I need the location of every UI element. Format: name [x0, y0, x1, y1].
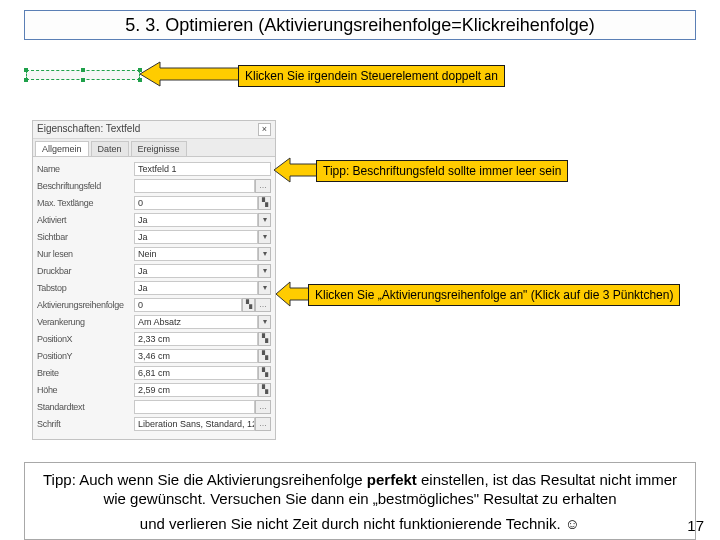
callout-taborder: Klicken Sie „Aktivierungsreihenfolge an"…: [308, 284, 680, 306]
property-row: VerankerungAm Absatz▾: [37, 314, 271, 330]
property-row: SichtbarJa▾: [37, 229, 271, 245]
property-row: DruckbarJa▾: [37, 263, 271, 279]
property-value[interactable]: Liberation Sans, Standard, 12: [134, 417, 255, 431]
property-value[interactable]: 3,46 cm: [134, 349, 258, 363]
spinner-icon[interactable]: ▚: [242, 298, 255, 312]
spinner-icon[interactable]: ▚: [258, 366, 271, 380]
tab-daten[interactable]: Daten: [91, 141, 129, 156]
callout-label-empty: Tipp: Beschriftungsfeld sollte immer lee…: [316, 160, 568, 182]
property-value[interactable]: 2,59 cm: [134, 383, 258, 397]
property-value[interactable]: 0: [134, 196, 258, 210]
close-icon[interactable]: ×: [258, 123, 271, 136]
svg-marker-0: [140, 62, 240, 86]
property-value[interactable]: 0: [134, 298, 242, 312]
tab-allgemein[interactable]: Allgemein: [35, 141, 89, 156]
tip-line2: und verlieren Sie nicht Zeit durch nicht…: [39, 515, 681, 534]
property-row: SchriftLiberation Sans, Standard, 12…: [37, 416, 271, 432]
page-number: 17: [687, 517, 704, 534]
property-row: PositionX2,33 cm▚: [37, 331, 271, 347]
property-label: Breite: [37, 368, 131, 378]
panel-title: Eigenschaften: Textfeld ×: [33, 121, 275, 139]
spinner-icon[interactable]: ▚: [258, 383, 271, 397]
arrow-to-taborder: [276, 282, 310, 306]
property-label: Druckbar: [37, 266, 131, 276]
chevron-down-icon[interactable]: ▾: [258, 247, 271, 261]
panel-tabs: Allgemein Daten Ereignisse: [33, 139, 275, 157]
property-value[interactable]: 6,81 cm: [134, 366, 258, 380]
property-value[interactable]: Nein: [134, 247, 258, 261]
property-label: Schrift: [37, 419, 131, 429]
svg-marker-2: [276, 282, 310, 306]
tip-line1: Tipp: Auch wenn Sie die Aktivierungsreih…: [39, 471, 681, 509]
ellipsis-button[interactable]: …: [255, 179, 271, 193]
form-control-preview: [26, 70, 140, 94]
property-value[interactable]: [134, 179, 255, 193]
property-row: Standardtext…: [37, 399, 271, 415]
property-value[interactable]: Ja: [134, 281, 258, 295]
spinner-icon[interactable]: ▚: [258, 196, 271, 210]
panel-title-text: Eigenschaften: Textfeld: [37, 123, 140, 136]
chevron-down-icon[interactable]: ▾: [258, 315, 271, 329]
properties-panel: Eigenschaften: Textfeld × Allgemein Date…: [32, 120, 276, 440]
property-value[interactable]: Textfeld 1: [134, 162, 271, 176]
property-label: Tabstop: [37, 283, 131, 293]
property-row: Nur lesenNein▾: [37, 246, 271, 262]
property-row: Aktivierungsreihenfolge0▚…: [37, 297, 271, 313]
slide-title: 5. 3. Optimieren (Aktivierungsreihenfolg…: [24, 10, 696, 40]
property-value[interactable]: Ja: [134, 230, 258, 244]
ellipsis-button[interactable]: …: [255, 417, 271, 431]
property-label: Name: [37, 164, 131, 174]
property-label: Beschriftungsfeld: [37, 181, 131, 191]
property-label: Höhe: [37, 385, 131, 395]
property-value[interactable]: Ja: [134, 213, 258, 227]
property-value[interactable]: [134, 400, 255, 414]
property-label: PositionY: [37, 351, 131, 361]
property-label: Sichtbar: [37, 232, 131, 242]
property-row: NameTextfeld 1: [37, 161, 271, 177]
property-row: Breite6,81 cm▚: [37, 365, 271, 381]
chevron-down-icon[interactable]: ▾: [258, 264, 271, 278]
property-label: Verankerung: [37, 317, 131, 327]
callout-doubleclick: Klicken Sie irgendein Steuerelement dopp…: [238, 65, 505, 87]
property-value[interactable]: Am Absatz: [134, 315, 258, 329]
property-row: Höhe2,59 cm▚: [37, 382, 271, 398]
property-label: Standardtext: [37, 402, 131, 412]
property-row: TabstopJa▾: [37, 280, 271, 296]
arrow-to-control: [140, 62, 240, 86]
chevron-down-icon[interactable]: ▾: [258, 281, 271, 295]
property-label: Nur lesen: [37, 249, 131, 259]
property-label: Max. Textlänge: [37, 198, 131, 208]
property-value[interactable]: Ja: [134, 264, 258, 278]
ellipsis-button[interactable]: …: [255, 400, 271, 414]
ellipsis-button[interactable]: …: [255, 298, 271, 312]
spinner-icon[interactable]: ▚: [258, 332, 271, 346]
tip-box: Tipp: Auch wenn Sie die Aktivierungsreih…: [24, 462, 696, 540]
property-rows: NameTextfeld 1Beschriftungsfeld…Max. Tex…: [33, 157, 275, 439]
property-row: AktiviertJa▾: [37, 212, 271, 228]
property-label: Aktivierungsreihenfolge: [37, 300, 131, 310]
spinner-icon[interactable]: ▚: [258, 349, 271, 363]
arrow-to-label-field: [274, 158, 318, 182]
property-label: Aktiviert: [37, 215, 131, 225]
property-label: PositionX: [37, 334, 131, 344]
chevron-down-icon[interactable]: ▾: [258, 213, 271, 227]
chevron-down-icon[interactable]: ▾: [258, 230, 271, 244]
property-row: PositionY3,46 cm▚: [37, 348, 271, 364]
property-row: Beschriftungsfeld…: [37, 178, 271, 194]
svg-marker-1: [274, 158, 318, 182]
property-row: Max. Textlänge0▚: [37, 195, 271, 211]
property-value[interactable]: 2,33 cm: [134, 332, 258, 346]
tab-ereignisse[interactable]: Ereignisse: [131, 141, 187, 156]
